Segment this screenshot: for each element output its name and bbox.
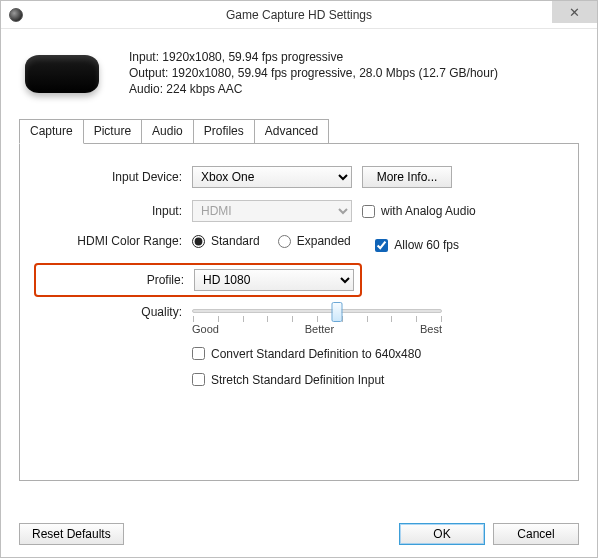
tab-profiles[interactable]: Profiles	[193, 119, 255, 144]
label-input: Input:	[40, 204, 192, 218]
ok-button[interactable]: OK	[399, 523, 485, 545]
quality-slider[interactable]: Good Better Best	[192, 301, 442, 335]
input-select: HDMI	[192, 200, 352, 222]
stretch-sd-checkbox[interactable]: Stretch Standard Definition Input	[192, 373, 384, 387]
color-range-standard[interactable]: Standard	[192, 234, 260, 248]
color-range-radiogroup: Standard Expanded	[192, 234, 351, 248]
convert-sd-label: Convert Standard Definition to 640x480	[211, 347, 421, 361]
with-analog-audio-input[interactable]	[362, 205, 375, 218]
quality-ticks	[193, 306, 441, 316]
allow-60fps-label: Allow 60 fps	[394, 238, 459, 252]
label-input-device: Input Device:	[40, 170, 192, 184]
capture-panel: Input Device: Xbox One More Info... Inpu…	[19, 143, 579, 481]
tabs-container: Capture Picture Audio Profiles Advanced …	[19, 119, 579, 511]
color-range-expanded[interactable]: Expanded	[278, 234, 351, 248]
close-button[interactable]: ✕	[552, 1, 597, 23]
row-stretch-sd: Stretch Standard Definition Input	[40, 373, 558, 387]
info-output-line: Output: 1920x1080, 59.94 fps progressive…	[129, 65, 498, 81]
with-analog-audio-checkbox[interactable]: with Analog Audio	[362, 204, 476, 218]
app-icon	[9, 8, 23, 22]
settings-window: Game Capture HD Settings ✕ Input: 1920x1…	[0, 0, 598, 558]
content-area: Input: 1920x1080, 59.94 fps progressive …	[1, 29, 597, 557]
device-image	[19, 45, 105, 101]
info-audio-line: Audio: 224 kbps AAC	[129, 81, 498, 97]
tab-advanced[interactable]: Advanced	[254, 119, 329, 144]
tab-picture[interactable]: Picture	[83, 119, 142, 144]
dialog-footer: Reset Defaults OK Cancel	[19, 511, 579, 545]
stretch-sd-input[interactable]	[192, 373, 205, 386]
row-color-range: HDMI Color Range: Standard Expanded	[40, 234, 558, 248]
quality-tick-labels: Good Better Best	[192, 323, 442, 335]
radio-standard[interactable]	[192, 235, 205, 248]
row-input: Input: HDMI with Analog Audio	[40, 200, 558, 222]
device-info-lines: Input: 1920x1080, 59.94 fps progressive …	[129, 45, 498, 101]
row-convert-sd: Convert Standard Definition to 640x480	[40, 347, 558, 361]
label-profile: Profile:	[36, 273, 194, 287]
row-quality: Quality:	[40, 301, 558, 335]
quality-track	[192, 309, 442, 313]
close-icon: ✕	[569, 5, 580, 20]
convert-sd-checkbox[interactable]: Convert Standard Definition to 640x480	[192, 347, 421, 361]
profile-select[interactable]: HD 1080	[194, 269, 354, 291]
reset-defaults-button[interactable]: Reset Defaults	[19, 523, 124, 545]
allow-60fps-input[interactable]	[375, 239, 388, 252]
quality-thumb[interactable]	[331, 302, 342, 322]
allow-60fps-checkbox[interactable]: Allow 60 fps	[375, 238, 459, 252]
row-input-device: Input Device: Xbox One More Info...	[40, 166, 558, 188]
input-device-select[interactable]: Xbox One	[192, 166, 352, 188]
radio-expanded[interactable]	[278, 235, 291, 248]
with-analog-audio-label: with Analog Audio	[381, 204, 476, 218]
tab-capture[interactable]: Capture	[19, 119, 84, 144]
convert-sd-input[interactable]	[192, 347, 205, 360]
more-info-button[interactable]: More Info...	[362, 166, 452, 188]
tab-audio[interactable]: Audio	[141, 119, 194, 144]
tabstrip: Capture Picture Audio Profiles Advanced	[19, 119, 579, 144]
device-summary: Input: 1920x1080, 59.94 fps progressive …	[19, 45, 579, 101]
label-color-range: HDMI Color Range:	[40, 234, 192, 248]
stretch-sd-label: Stretch Standard Definition Input	[211, 373, 384, 387]
info-input-line: Input: 1920x1080, 59.94 fps progressive	[129, 49, 498, 65]
cancel-button[interactable]: Cancel	[493, 523, 579, 545]
window-title: Game Capture HD Settings	[1, 8, 597, 22]
label-quality: Quality:	[40, 301, 192, 319]
titlebar: Game Capture HD Settings ✕	[1, 1, 597, 29]
